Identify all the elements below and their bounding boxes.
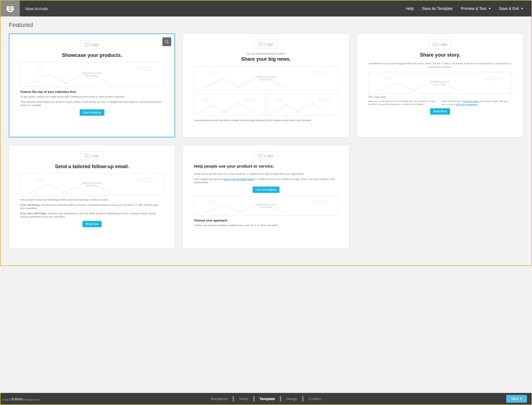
image-placeholder: Drag a nice lookin' photo here. <box>368 72 512 94</box>
card-body-text: Keep people involved by following up wit… <box>20 198 164 202</box>
zoom-icon[interactable] <box>162 37 171 46</box>
svg-point-0 <box>6 5 14 12</box>
story-title: The main story <box>368 96 512 99</box>
template-card-followup[interactable]: Logo Send a tailored follow-up email. Dr… <box>9 145 175 249</box>
save-exit-dropdown[interactable]: Save & Exit <box>499 6 523 11</box>
card-headline: Share your story. <box>368 52 512 58</box>
template-card-educate[interactable]: Logo Help people use your product or ser… <box>183 145 349 249</box>
image-placeholder: Drag a nice lookin' photo here. <box>20 62 164 87</box>
image-placeholder: Drag a nice lookin' photo here. <box>194 196 338 215</box>
svg-point-7 <box>204 98 208 101</box>
svg-point-9 <box>385 77 390 80</box>
svg-point-8 <box>277 98 281 101</box>
card-headline: Help people use your product or service. <box>194 164 338 168</box>
card-body-title: Choose your approach. <box>194 219 338 222</box>
mailchimp-logo[interactable] <box>1 1 20 16</box>
card-pretext: Got an announcement to make? <box>194 52 338 55</box>
card-subtext: Newsletters keep people engaged with you… <box>368 62 512 69</box>
card-footer-text: Announcements work best with a visually … <box>194 119 338 122</box>
cta-button: Let's Get Started <box>253 187 280 193</box>
template-grid: Logo Showcase your products. Drag a nice… <box>9 34 523 249</box>
preview-test-dropdown[interactable]: Preview & Test <box>461 6 491 11</box>
card-body-text: To get started, replace the image above … <box>20 95 164 99</box>
image-placeholder <box>267 94 338 115</box>
svg-point-10 <box>37 178 42 181</box>
card-body-text: First, replace the logo and change the f… <box>194 177 338 184</box>
campaign-name[interactable]: New Arrivals <box>25 6 48 11</box>
svg-point-3 <box>165 40 168 43</box>
card-body-text: Outline your product's features, explain… <box>194 224 338 227</box>
logo-placeholder: Logo <box>254 151 277 160</box>
logo-placeholder: Logo <box>429 40 451 48</box>
save-as-template-link[interactable]: Save As Template <box>422 6 453 11</box>
card-body-text: Then describe what makes your product un… <box>20 100 164 107</box>
card-headline: Showcase your products. <box>20 52 164 58</box>
card-headline: Send a tailored follow-up email. <box>20 164 164 170</box>
svg-point-2 <box>11 8 12 9</box>
template-card-bignews[interactable]: Logo Got an announcement to make? Share … <box>183 34 349 137</box>
svg-point-6 <box>210 71 216 75</box>
template-card-showcase[interactable]: Logo Showcase your products. Drag a nice… <box>9 34 175 137</box>
card-body-title: Feature the star of your collection firs… <box>20 90 164 93</box>
card-body-text: If you don't sell things, welcome new su… <box>20 212 164 219</box>
card-body-text: If you sell things, welcome new customer… <box>20 203 164 210</box>
cta-button: Read More <box>430 108 450 115</box>
help-link[interactable]: Help <box>406 6 414 11</box>
card-body-text: Show how to get the most out of your pro… <box>194 172 338 176</box>
template-card-story[interactable]: Logo Share your story. Newsletters keep … <box>357 34 523 137</box>
image-placeholder <box>194 94 265 115</box>
section-title: Featured <box>9 21 523 29</box>
cta-button: Start Shopping <box>80 109 104 116</box>
logo-placeholder: Logo <box>81 40 103 49</box>
svg-point-1 <box>9 8 10 9</box>
svg-point-11 <box>211 200 216 203</box>
image-placeholder: Drag a nice lookin' photo here. <box>20 173 164 195</box>
story-col1: Make your email easy to scan by leading … <box>368 100 439 106</box>
cta-button: Shop Now <box>82 221 102 227</box>
card-headline: Share your big news. <box>194 56 338 62</box>
story-col2: Start by replacing the full-width header… <box>442 100 512 106</box>
logo-placeholder: Logo <box>254 40 277 48</box>
main-content: Featured Logo Showcase your products. Dr… <box>1 16 531 265</box>
svg-line-4 <box>167 42 168 43</box>
svg-point-5 <box>37 68 43 71</box>
topbar: New Arrivals Help Save As Template Previ… <box>1 1 531 16</box>
logo-placeholder: Logo <box>81 151 103 160</box>
image-placeholder: Drag a nice lookin' photo here. <box>194 66 338 91</box>
